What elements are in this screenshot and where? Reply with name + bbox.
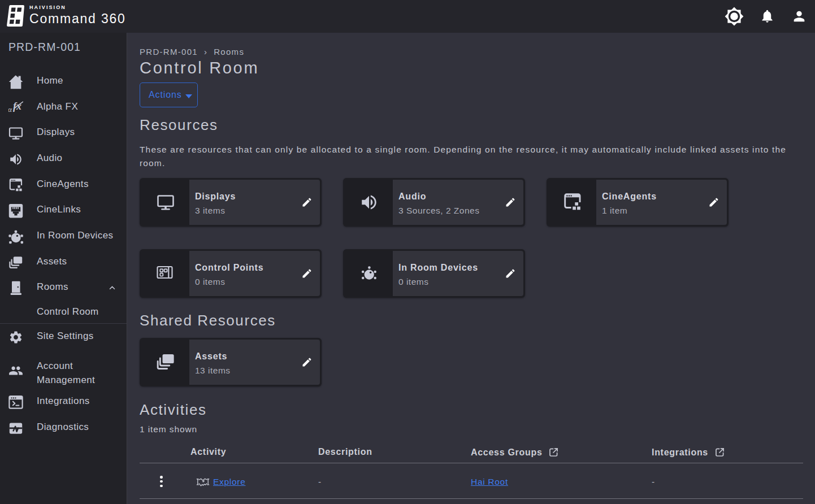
svg-text:α: α: [8, 105, 12, 113]
